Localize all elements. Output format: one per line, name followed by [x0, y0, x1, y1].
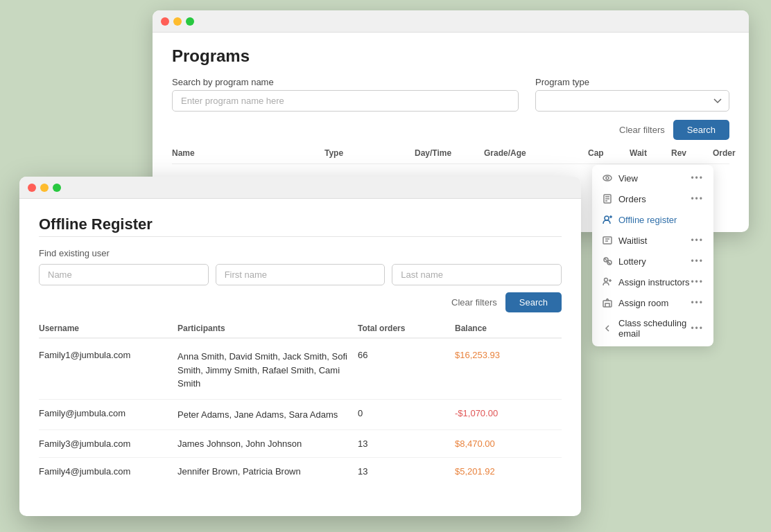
menu-waitlist-dots[interactable]: ••• [691, 236, 704, 245]
program-name-input[interactable] [172, 90, 519, 112]
svg-point-1 [606, 177, 609, 179]
svg-point-0 [603, 175, 612, 181]
col-daytime: Day/Time [415, 148, 484, 158]
menu-item-offline-register[interactable]: Offline register [592, 209, 713, 230]
menu-item-assign-room[interactable]: Assign room ••• [592, 292, 713, 313]
user-row-2-register[interactable]: Register [559, 408, 581, 418]
menu-assign-instructors-dots[interactable]: ••• [691, 277, 704, 287]
svg-rect-9 [603, 237, 612, 244]
menu-item-assign-instructors[interactable]: Assign instructors ••• [592, 272, 713, 292]
user-row-3-balance: $8,470.00 [455, 438, 559, 449]
clear-filters-link[interactable]: Clear filters [619, 125, 665, 135]
user-row-4-balance: $5,201.92 [455, 466, 559, 477]
name-input[interactable] [39, 264, 209, 285]
user-row-2-participants: Peter Adams, Jane Adams, Sara Adams [177, 408, 358, 422]
fg-clear-filters-link[interactable]: Clear filters [451, 297, 497, 308]
uth-action: Action [559, 323, 581, 333]
user-row-1-total-orders: 66 [358, 350, 455, 360]
search-button[interactable]: Search [673, 120, 729, 140]
user-row-1: Family1@jumbula.com Anna Smith, David Sm… [39, 342, 562, 400]
offline-register-window: Offline Register Find existing user Clea… [19, 177, 581, 516]
maximize-dot[interactable] [186, 17, 194, 26]
fg-search-button[interactable]: Search [505, 292, 562, 312]
minimize-dot[interactable] [173, 17, 182, 26]
menu-assign-instructors-label: Assign instructors [618, 277, 690, 287]
lottery-icon [602, 256, 613, 267]
menu-view-dots[interactable]: ••• [691, 173, 704, 183]
uth-balance: Balance [455, 323, 559, 333]
menu-assign-room-dots[interactable]: ••• [691, 298, 704, 308]
user-row-3-total-orders: 13 [358, 438, 455, 449]
menu-lottery-dots[interactable]: ••• [691, 256, 704, 266]
close-dot-fg[interactable] [28, 184, 36, 192]
receipt-icon [602, 193, 613, 204]
svg-point-6 [605, 216, 609, 220]
user-row-4: Family4@jumbula.com Jennifer Brown, Patr… [39, 458, 562, 485]
assign-room-icon [602, 297, 613, 308]
menu-waitlist-label: Waitlist [618, 236, 647, 246]
close-dot[interactable] [161, 17, 169, 26]
uth-total-orders: Total orders [358, 323, 455, 333]
menu-assign-room-label: Assign room [618, 298, 668, 308]
menu-lottery-label: Lottery [618, 256, 646, 267]
user-table-header: Username Participants Total orders Balan… [39, 323, 562, 339]
first-name-input[interactable] [216, 264, 386, 285]
program-type-select[interactable] [535, 90, 729, 112]
user-row-3-register[interactable]: Register [559, 438, 581, 449]
table-header: Name Type Day/Time Grade/Age Cap Wait Re… [172, 148, 729, 164]
page-title: Programs [172, 46, 729, 66]
offline-register-icon [602, 214, 613, 225]
user-row-1-balance: $16,253.93 [455, 350, 559, 360]
minimize-dot-fg[interactable] [40, 184, 49, 192]
col-order: Order [713, 148, 749, 158]
user-row-4-register[interactable]: Register [559, 466, 581, 477]
user-search-fields [39, 264, 562, 285]
chevron-left-icon [602, 323, 613, 334]
eye-icon [602, 172, 613, 184]
menu-item-class-scheduling-email[interactable]: Class scheduling email ••• [592, 313, 713, 344]
titlebar-fg [19, 177, 581, 199]
menu-item-waitlist[interactable]: Waitlist ••• [592, 230, 713, 251]
program-type-field: Program type [535, 77, 729, 112]
program-type-label: Program type [535, 77, 729, 87]
col-name: Name [172, 148, 324, 158]
maximize-dot-fg[interactable] [53, 184, 61, 192]
uth-participants: Participants [177, 323, 358, 333]
menu-offline-register-label: Offline register [618, 215, 677, 225]
menu-item-view[interactable]: View ••• [592, 168, 713, 188]
user-row-1-register[interactable]: Register [559, 350, 581, 360]
assign-instructors-icon [602, 276, 613, 287]
uth-username: Username [39, 323, 177, 333]
user-row-3-username: Family3@jumbula.com [39, 438, 177, 449]
titlebar-bg [153, 10, 749, 33]
offline-register-title: Offline Register [39, 215, 562, 233]
search-label: Search by program name [172, 77, 519, 87]
user-row-4-username: Family4@jumbula.com [39, 466, 177, 477]
filter-actions: Clear filters Search [172, 120, 729, 140]
context-menu: View ••• Orders ••• Offline register [592, 165, 713, 346]
user-row-2-balance: -$1,070.00 [455, 408, 559, 418]
user-row-2: Family@jumbula.com Peter Adams, Jane Ada… [39, 400, 562, 431]
user-row-3-participants: James Johnson, John Johnson [177, 438, 358, 449]
user-row-1-participants: Anna Smith, David Smith, Jack Smith, Sof… [177, 350, 358, 391]
col-type: Type [324, 148, 415, 158]
user-row-2-username: Family@jumbula.com [39, 408, 177, 418]
title-divider [39, 236, 562, 237]
menu-class-scheduling-email-label: Class scheduling email [618, 318, 691, 339]
user-row-3: Family3@jumbula.com James Johnson, John … [39, 430, 562, 458]
menu-view-label: View [618, 173, 638, 184]
col-cap: Cap [588, 148, 630, 158]
last-name-input[interactable] [392, 264, 562, 285]
fg-filter-actions: Clear filters Search [39, 292, 562, 312]
user-row-2-total-orders: 0 [358, 408, 455, 418]
menu-item-orders[interactable]: Orders ••• [592, 188, 713, 209]
col-wait: Wait [630, 148, 671, 158]
waitlist-icon [602, 235, 613, 246]
col-rev: Rev [671, 148, 713, 158]
col-gradeage: Grade/Age [484, 148, 588, 158]
menu-item-lottery[interactable]: Lottery ••• [592, 251, 713, 272]
svg-point-15 [605, 278, 608, 282]
menu-class-email-dots[interactable]: ••• [691, 323, 704, 333]
menu-orders-dots[interactable]: ••• [691, 194, 704, 204]
user-row-4-participants: Jennifer Brown, Patricia Brown [177, 466, 358, 477]
